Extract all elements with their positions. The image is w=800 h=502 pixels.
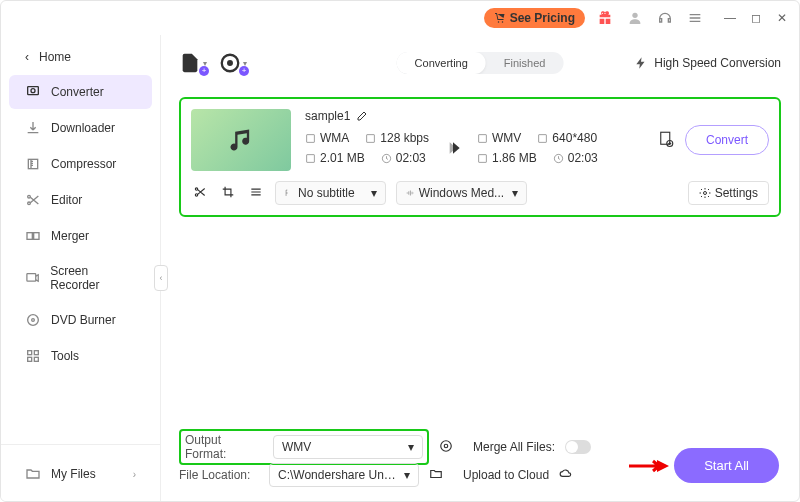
avatar-icon[interactable] — [625, 8, 645, 28]
arrow-icon — [443, 138, 463, 158]
content: +▾ +▾ Converting Finished High Speed Con… — [161, 35, 799, 502]
sidebar-home[interactable]: ‹ Home — [9, 41, 152, 73]
sidebar-item-label: Compressor — [51, 157, 116, 171]
subtitle-dropdown[interactable]: No subtitle ▾ — [275, 181, 386, 205]
file-location-dropdown[interactable]: C:\Wondershare UniConverter 1 ▾ — [269, 463, 419, 487]
sidebar-item-converter[interactable]: Converter — [9, 75, 152, 109]
sidebar-item-label: Converter — [51, 85, 104, 99]
dvd-icon — [25, 312, 41, 328]
svg-point-7 — [28, 202, 31, 205]
sidebar-item-screen-recorder[interactable]: Screen Recorder — [9, 255, 152, 301]
svg-point-33 — [441, 440, 452, 451]
svg-point-12 — [32, 319, 35, 322]
converter-icon — [25, 84, 41, 100]
svg-rect-16 — [34, 357, 38, 361]
minimize-button[interactable]: — — [723, 11, 737, 25]
sidebar-item-label: DVD Burner — [51, 313, 116, 327]
upload-label: Upload to Cloud — [463, 468, 549, 482]
sidebar: ‹ Home Converter Downloader Compressor E… — [1, 35, 161, 502]
svg-point-30 — [195, 193, 197, 195]
toolbar: +▾ +▾ Converting Finished High Speed Con… — [179, 45, 781, 81]
sidebar-item-downloader[interactable]: Downloader — [9, 111, 152, 145]
trim-icon[interactable] — [191, 183, 209, 204]
file-thumbnail[interactable] — [191, 109, 291, 171]
size-icon — [477, 153, 488, 164]
open-folder-icon[interactable] — [429, 467, 443, 484]
effect-icon[interactable] — [247, 183, 265, 204]
file-location-value: C:\Wondershare UniConverter 1 — [278, 468, 398, 482]
see-pricing-button[interactable]: See Pricing — [484, 8, 585, 28]
titlebar: See Pricing — ◻ ✕ — [1, 1, 799, 35]
dst-size: 1.86 MB — [492, 151, 537, 165]
src-bitrate: 128 kbps — [380, 131, 429, 145]
menu-icon[interactable] — [685, 8, 705, 28]
svg-rect-3 — [28, 87, 39, 95]
see-pricing-label: See Pricing — [510, 11, 575, 25]
svg-rect-23 — [479, 134, 486, 141]
svg-rect-14 — [34, 351, 38, 355]
high-speed-label: High Speed Conversion — [654, 56, 781, 70]
size-icon — [305, 153, 316, 164]
cloud-icon[interactable] — [559, 467, 573, 484]
src-format: WMA — [320, 131, 349, 145]
file-card: sample1 WMA 128 kbps 2.01 MB 02:03 — [179, 97, 781, 217]
audio-icon — [405, 188, 415, 198]
svg-point-6 — [28, 195, 31, 198]
tab-converting[interactable]: Converting — [397, 52, 486, 74]
add-dvd-button[interactable]: +▾ — [219, 52, 247, 74]
bolt-icon — [634, 56, 648, 70]
clock-icon — [553, 153, 564, 164]
edit-icon[interactable] — [356, 110, 368, 122]
svg-point-18 — [228, 61, 232, 65]
sidebar-item-editor[interactable]: Editor — [9, 183, 152, 217]
svg-rect-10 — [27, 274, 36, 282]
disc-plus-icon — [219, 52, 241, 74]
cart-icon — [494, 12, 506, 24]
output-format-group: Output Format: WMV ▾ — [179, 429, 429, 465]
scissors-icon — [25, 192, 41, 208]
close-button[interactable]: ✕ — [775, 11, 789, 25]
svg-point-0 — [497, 21, 499, 23]
tab-finished[interactable]: Finished — [486, 52, 564, 74]
start-all-button[interactable]: Start All — [674, 448, 779, 483]
file-config-icon[interactable] — [657, 130, 675, 151]
chevron-left-icon: ‹ — [25, 50, 29, 64]
merge-toggle[interactable] — [565, 440, 591, 454]
add-file-button[interactable]: +▾ — [179, 52, 207, 74]
sidebar-item-dvd-burner[interactable]: DVD Burner — [9, 303, 152, 337]
sidebar-item-tools[interactable]: Tools — [9, 339, 152, 373]
sidebar-my-files[interactable]: My Files › — [9, 457, 152, 491]
audio-value: Windows Med... — [419, 186, 504, 200]
output-format-dropdown[interactable]: WMV ▾ — [273, 435, 423, 459]
format-settings-icon[interactable] — [439, 439, 453, 456]
chevron-down-icon: ▾ — [371, 186, 377, 200]
chevron-down-icon: ▾ — [404, 468, 410, 482]
convert-button[interactable]: Convert — [685, 125, 769, 155]
download-icon — [25, 120, 41, 136]
tools-icon — [25, 348, 41, 364]
chevron-down-icon: ▾ — [408, 440, 414, 454]
bitrate-icon — [365, 133, 376, 144]
svg-point-32 — [444, 444, 448, 448]
recorder-icon — [25, 270, 40, 286]
svg-rect-15 — [28, 357, 32, 361]
sidebar-item-label: Editor — [51, 193, 82, 207]
sidebar-item-merger[interactable]: Merger — [9, 219, 152, 253]
headset-icon[interactable] — [655, 8, 675, 28]
audio-dropdown[interactable]: Windows Med... ▾ — [396, 181, 527, 205]
svg-point-4 — [31, 89, 35, 93]
gift-icon[interactable] — [595, 8, 615, 28]
sidebar-item-compressor[interactable]: Compressor — [9, 147, 152, 181]
folder-icon — [25, 466, 41, 482]
crop-icon[interactable] — [219, 183, 237, 204]
svg-rect-9 — [34, 233, 39, 240]
src-duration: 02:03 — [396, 151, 426, 165]
chevron-right-icon: › — [133, 469, 136, 480]
svg-point-29 — [195, 187, 197, 189]
maximize-button[interactable]: ◻ — [749, 11, 763, 25]
high-speed-toggle[interactable]: High Speed Conversion — [634, 56, 781, 70]
svg-rect-19 — [307, 134, 314, 141]
output-format-value: WMV — [282, 440, 311, 454]
settings-button[interactable]: Settings — [688, 181, 769, 205]
clock-icon — [381, 153, 392, 164]
